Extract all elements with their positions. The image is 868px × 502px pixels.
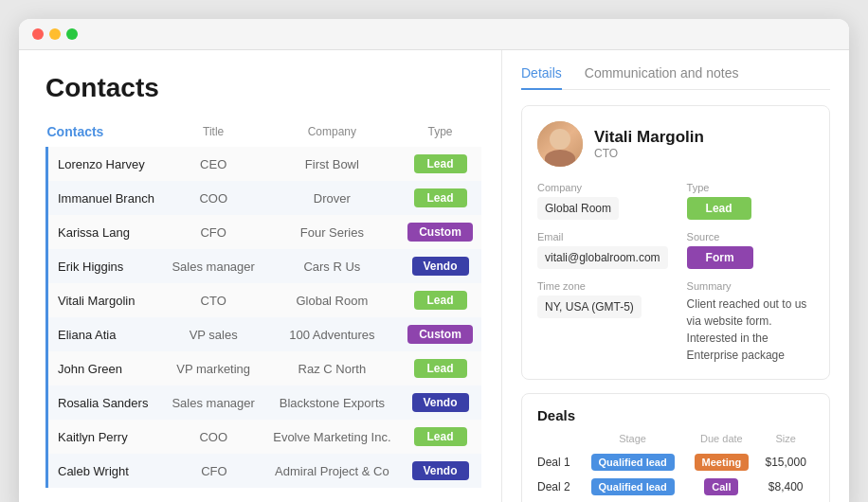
contact-title-cell: Sales manager <box>164 249 265 283</box>
contact-company-cell: First Bowl <box>264 147 399 181</box>
minimize-dot[interactable] <box>49 28 61 40</box>
contact-title-cell: VP sales <box>164 317 265 351</box>
contact-type-cell: Custom <box>400 317 481 351</box>
type-value: Lead <box>687 197 751 220</box>
col-header-contacts: Contacts <box>47 120 164 147</box>
contact-name-cell: Kaitlyn Perry <box>47 420 164 454</box>
contact-title-cell: COO <box>164 420 265 454</box>
app-window: Contacts Contacts Title Company Type Lor… <box>19 19 849 502</box>
contact-name-cell: Karissa Lang <box>47 215 164 249</box>
contact-name-cell: Immanuel Branch <box>47 181 164 215</box>
contact-type-cell: Lead <box>400 147 481 181</box>
contact-company-cell: 100 Adventures <box>264 317 399 351</box>
table-row[interactable]: Erik HigginsSales managerCars R UsVendo <box>47 249 481 283</box>
contact-detail-card: Vitali Margolin CTO Company Global Room … <box>521 105 830 380</box>
deals-table: Stage Due date Size Deal 1Qualified lead… <box>537 433 814 499</box>
deal-stage-cell: Qualified lead <box>580 450 685 475</box>
tab-communication[interactable]: Communication and notes <box>585 65 739 90</box>
contact-company-cell: Raz C North <box>264 351 399 385</box>
type-field: Type Lead <box>687 182 814 220</box>
titlebar <box>19 19 849 50</box>
contacts-table: Contacts Title Company Type Lorenzo Harv… <box>45 120 482 488</box>
company-field: Company Global Room <box>537 182 668 220</box>
table-row[interactable]: Caleb WrightCFOAdmiral Project & CoVendo <box>47 454 481 488</box>
avatar-body <box>545 150 575 167</box>
contact-name: Vitali Margolin <box>594 128 704 147</box>
col-header-type: Type <box>400 120 481 147</box>
stage-badge: Qualified lead <box>591 454 675 471</box>
deal-size-cell: $8,400 <box>757 475 814 499</box>
deals-title: Deals <box>537 407 814 423</box>
source-label: Source <box>687 231 814 242</box>
contact-type-cell: Lead <box>400 420 481 454</box>
due-badge: Meeting <box>695 454 750 471</box>
company-label: Company <box>537 182 668 193</box>
contact-fields: Company Global Room Type Lead Email vita… <box>537 182 814 364</box>
deal-name-cell: Deal 2 <box>537 475 580 499</box>
contact-title-cell: CFO <box>164 215 265 249</box>
contact-company-cell: Cars R Us <box>264 249 399 283</box>
contact-name-cell: Eliana Atia <box>47 317 164 351</box>
contact-title-cell: Sales manager <box>164 385 265 420</box>
type-badge: Lead <box>414 427 467 446</box>
contact-title-cell: CFO <box>164 454 265 488</box>
deal-due-cell: Meeting <box>685 450 757 475</box>
table-row[interactable]: John GreenVP marketingRaz C NorthLead <box>47 351 481 385</box>
contacts-list-panel: Contacts Contacts Title Company Type Lor… <box>19 50 502 502</box>
maximize-dot[interactable] <box>66 28 78 40</box>
contact-type-cell: Custom <box>400 215 481 249</box>
detail-panel: Details Communication and notes Vitali M… <box>502 50 849 502</box>
tab-details[interactable]: Details <box>521 65 562 90</box>
deal-row[interactable]: Deal 1Qualified leadMeeting$15,000 <box>537 450 814 475</box>
col-header-company: Company <box>264 120 399 147</box>
contact-type-cell: Vendo <box>400 385 481 420</box>
deals-col-name <box>537 433 580 450</box>
deals-col-stage: Stage <box>580 433 685 450</box>
contact-title-cell: CEO <box>164 147 265 181</box>
contact-type-cell: Vendo <box>400 249 481 283</box>
contact-name-cell: Rosalia Sanders <box>47 385 164 420</box>
type-badge: Lead <box>414 154 467 173</box>
company-value: Global Room <box>537 197 619 220</box>
main-content: Contacts Contacts Title Company Type Lor… <box>19 50 849 502</box>
contact-name-cell: Caleb Wright <box>47 454 164 488</box>
timezone-label: Time zone <box>537 280 668 292</box>
source-value: Form <box>687 246 753 269</box>
timezone-field: Time zone NY, USA (GMT-5) <box>537 280 668 364</box>
contact-title-cell: COO <box>164 181 265 215</box>
deal-due-cell: Call <box>685 475 757 499</box>
table-row[interactable]: Eliana AtiaVP sales100 AdventuresCustom <box>47 317 481 351</box>
contact-company-cell: Global Room <box>264 283 399 317</box>
contact-title-cell: CTO <box>164 283 265 317</box>
table-row[interactable]: Immanuel BranchCOODroverLead <box>47 181 481 215</box>
email-field: Email vitali@globalroom.com <box>537 231 668 269</box>
contact-title-cell: VP marketing <box>164 351 265 385</box>
type-badge: Vendo <box>412 257 469 276</box>
contacts-table-wrapper: Contacts Title Company Type Lorenzo Harv… <box>45 120 482 488</box>
avatar-face <box>550 129 570 150</box>
deal-row[interactable]: Deal 2Qualified leadCall$8,400 <box>537 475 814 499</box>
contact-company-cell: Admiral Project & Co <box>264 454 399 488</box>
summary-label: Summary <box>687 280 814 292</box>
email-value: vitali@globalroom.com <box>537 246 668 269</box>
table-row[interactable]: Vitali MargolinCTOGlobal RoomLead <box>47 283 481 317</box>
table-row[interactable]: Rosalia SandersSales managerBlackstone E… <box>47 385 481 420</box>
type-badge: Lead <box>414 291 467 310</box>
table-row[interactable]: Kaitlyn PerryCOOEvolve Marketing Inc.Lea… <box>47 420 481 454</box>
deal-name-cell: Deal 1 <box>537 450 580 475</box>
table-row[interactable]: Karissa LangCFOFour SeriesCustom <box>47 215 481 249</box>
deals-col-due: Due date <box>685 433 757 450</box>
contact-type-cell: Vendo <box>400 454 481 488</box>
contact-type-cell: Lead <box>400 181 481 215</box>
table-row[interactable]: Lorenzo HarveyCEOFirst BowlLead <box>47 147 481 181</box>
summary-field: Summary Client reached out to us via web… <box>687 280 814 364</box>
contact-header: Vitali Margolin CTO <box>537 121 814 167</box>
deal-size-cell: $15,000 <box>757 450 814 475</box>
contact-company-cell: Four Series <box>264 215 399 249</box>
deals-card: Deals Stage Due date Size Deal 1Qualifie… <box>521 393 830 502</box>
close-dot[interactable] <box>32 28 44 40</box>
contact-name-cell: Lorenzo Harvey <box>47 147 164 181</box>
contact-name-cell: John Green <box>47 351 164 385</box>
detail-tabs: Details Communication and notes <box>521 65 830 90</box>
avatar-image <box>537 121 583 167</box>
